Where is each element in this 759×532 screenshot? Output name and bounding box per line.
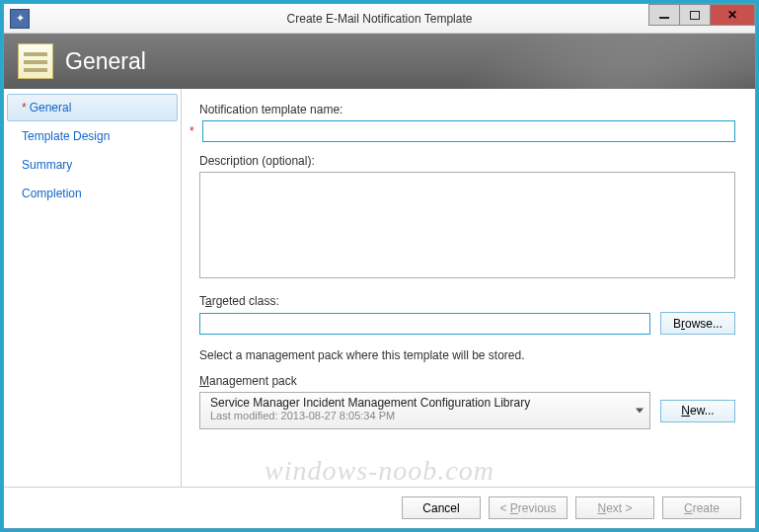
- create-button[interactable]: Create: [662, 496, 741, 519]
- wizard-sidebar: *General Template Design Summary Complet…: [4, 89, 182, 487]
- titlebar: ✦ Create E-Mail Notification Template ✕: [4, 4, 755, 34]
- sidebar-item-template-design[interactable]: Template Design: [7, 122, 178, 150]
- banner-icon: [18, 43, 53, 79]
- new-button[interactable]: New...: [660, 400, 735, 422]
- required-star-icon: *: [190, 124, 199, 138]
- window-controls: ✕: [649, 4, 755, 26]
- wizard-footer: Cancel < Previous Next > Create: [4, 487, 755, 528]
- banner: General: [4, 34, 755, 89]
- next-button[interactable]: Next >: [575, 496, 654, 519]
- management-pack-label: Management pack: [199, 374, 735, 388]
- sidebar-item-label: General: [30, 101, 72, 114]
- targeted-class-input[interactable]: [199, 313, 650, 335]
- management-pack-dropdown[interactable]: Service Manager Incident Management Conf…: [199, 392, 650, 429]
- description-textarea[interactable]: [199, 172, 735, 278]
- required-star-icon: *: [22, 101, 27, 114]
- sidebar-item-general[interactable]: *General: [7, 94, 178, 121]
- window-title: Create E-Mail Notification Template: [4, 12, 755, 26]
- app-icon: ✦: [10, 9, 30, 29]
- dropdown-subtext: Last modified: 2013-08-27 8:05:34 PM: [210, 410, 630, 421]
- sidebar-item-label: Completion: [22, 187, 82, 200]
- dialog-window: ✦ Create E-Mail Notification Template ✕ …: [3, 3, 756, 529]
- dropdown-selected-value: Service Manager Incident Management Conf…: [210, 396, 630, 410]
- browse-button[interactable]: Browse...: [660, 312, 735, 335]
- sidebar-item-label: Template Design: [22, 129, 110, 143]
- description-label: Description (optional):: [199, 154, 735, 168]
- dialog-body: *General Template Design Summary Complet…: [4, 89, 755, 487]
- targeted-class-label: Targeted class:: [199, 294, 735, 308]
- sidebar-item-completion[interactable]: Completion: [7, 180, 178, 207]
- cancel-button[interactable]: Cancel: [402, 496, 481, 519]
- sidebar-item-label: Summary: [22, 158, 72, 172]
- minimize-button[interactable]: [648, 4, 680, 26]
- template-name-input[interactable]: [202, 120, 735, 142]
- storage-helper-text: Select a management pack where this temp…: [199, 348, 735, 362]
- previous-button[interactable]: < Previous: [489, 496, 568, 519]
- banner-title: General: [65, 48, 146, 75]
- content-pane: Notification template name: * Descriptio…: [182, 89, 755, 487]
- maximize-button[interactable]: [679, 4, 711, 26]
- chevron-down-icon: [636, 409, 644, 414]
- name-label: Notification template name:: [199, 103, 735, 116]
- close-button[interactable]: ✕: [710, 4, 755, 26]
- sidebar-item-summary[interactable]: Summary: [7, 151, 178, 179]
